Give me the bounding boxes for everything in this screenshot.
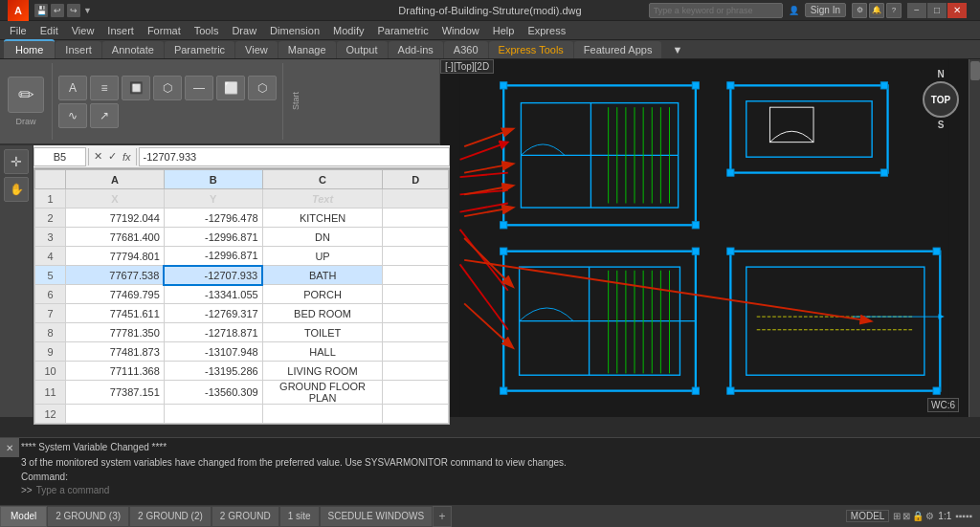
cell-y-12[interactable] xyxy=(164,405,262,424)
ribbon-btn-6[interactable]: ⬜ xyxy=(216,76,245,100)
ribbon-btn-2[interactable]: ≡ xyxy=(90,76,119,100)
menu-edit[interactable]: Edit xyxy=(34,23,64,38)
col-header-C[interactable]: C xyxy=(262,170,383,189)
save-icon[interactable]: 💾 xyxy=(34,4,48,17)
tab-home[interactable]: Home xyxy=(4,39,55,58)
cell-y-10[interactable]: -13195.286 xyxy=(164,362,262,381)
search-input[interactable] xyxy=(649,3,783,18)
ribbon-btn-8[interactable]: ∿ xyxy=(58,103,87,128)
ribbon-btn-4[interactable]: ⬡ xyxy=(153,76,182,100)
header-cell-y[interactable]: Y xyxy=(164,189,262,209)
add-sheet-btn[interactable]: + xyxy=(433,506,452,527)
cell-y-7[interactable]: -12769.317 xyxy=(164,304,262,323)
crosshair-btn[interactable]: ✛ xyxy=(4,149,29,174)
qa-dropdown-icon[interactable]: ▼ xyxy=(83,4,93,17)
cell-text-5[interactable]: BATH xyxy=(262,266,383,285)
cell-y-11[interactable]: -13560.309 xyxy=(164,381,262,405)
minimize-button[interactable]: − xyxy=(907,3,926,18)
formula-fx-btn[interactable]: fx xyxy=(120,151,134,163)
toolbar-icon-2[interactable]: 🔔 xyxy=(869,3,884,18)
tab-a360[interactable]: A360 xyxy=(444,41,488,58)
tab-2ground-3[interactable]: 2 GROUND (3) xyxy=(47,506,129,527)
ribbon-btn-7[interactable]: ⬡ xyxy=(248,76,277,100)
cell-x-11[interactable]: 77387.151 xyxy=(66,381,165,405)
cell-y-4[interactable]: -12996.871 xyxy=(164,247,262,266)
cell-x-6[interactable]: 77469.795 xyxy=(66,285,165,304)
cell-x-4[interactable]: 77794.801 xyxy=(66,247,165,266)
cell-text-9[interactable]: HALL xyxy=(262,342,383,362)
menu-draw[interactable]: Draw xyxy=(226,23,262,38)
tab-output[interactable]: Output xyxy=(337,41,388,58)
col-header-A[interactable]: A xyxy=(66,170,165,189)
ribbon-btn-1[interactable]: A xyxy=(58,76,87,100)
menu-parametric[interactable]: Parametric xyxy=(371,23,434,38)
menu-dimension[interactable]: Dimension xyxy=(264,23,325,38)
tab-view[interactable]: View xyxy=(235,41,278,58)
cell-text-7[interactable]: BED ROOM xyxy=(262,304,383,323)
tab-manage[interactable]: Manage xyxy=(278,41,336,58)
menu-file[interactable]: File xyxy=(4,23,33,38)
header-cell-x[interactable]: X xyxy=(66,189,165,209)
cell-text-2[interactable]: KITCHEN xyxy=(262,209,383,228)
tab-1site[interactable]: 1 site xyxy=(279,506,320,527)
toolbar-icon-1[interactable]: ⚙ xyxy=(852,3,867,18)
undo-icon[interactable]: ↩ xyxy=(51,4,64,17)
cell-x-9[interactable]: 77481.873 xyxy=(66,342,165,362)
help-button[interactable]: ? xyxy=(886,3,902,18)
cell-y-5[interactable]: -12707.933 xyxy=(164,266,262,285)
cell-y-6[interactable]: -13341.055 xyxy=(164,285,262,304)
cell-x-5[interactable]: 77677.538 xyxy=(66,266,165,285)
right-scrollbar[interactable] xyxy=(969,59,980,417)
ribbon-btn-3[interactable]: 🔲 xyxy=(122,76,150,100)
tab-parametric[interactable]: Parametric xyxy=(165,41,234,58)
menu-express[interactable]: Express xyxy=(522,23,571,38)
tab-express-tools[interactable]: Express Tools xyxy=(489,41,573,58)
cell-text-6[interactable]: PORCH xyxy=(262,285,383,304)
col-header-D[interactable]: D xyxy=(383,170,449,189)
menu-window[interactable]: Window xyxy=(436,23,485,38)
tab-2ground-2[interactable]: 2 GROUND (2) xyxy=(129,506,212,527)
cell-text-11[interactable]: GROUND FLOOR PLAN xyxy=(262,381,383,405)
cell-y-3[interactable]: -12996.871 xyxy=(164,228,262,247)
header-cell-text[interactable]: Text xyxy=(262,189,383,209)
col-header-B[interactable]: B xyxy=(164,170,262,189)
tab-model[interactable]: Model xyxy=(0,506,47,527)
cell-reference-input[interactable] xyxy=(33,147,86,166)
tab-featured-apps[interactable]: Featured Apps xyxy=(574,41,662,58)
status-model[interactable]: MODEL xyxy=(846,510,890,522)
cell-y-8[interactable]: -12718.871 xyxy=(164,323,262,342)
cell-y-9[interactable]: -13107.948 xyxy=(164,342,262,362)
redo-icon[interactable]: ↪ xyxy=(67,4,80,17)
menu-insert[interactable]: Insert xyxy=(101,23,140,38)
close-command-btn[interactable]: ✕ xyxy=(0,438,19,457)
tab-scedule-windows[interactable]: SCEDULE WINDOWS xyxy=(320,506,434,527)
tab-options-icon[interactable]: ▼ xyxy=(666,41,688,58)
cell-x-10[interactable]: 77111.368 xyxy=(66,362,165,381)
cell-x-12[interactable] xyxy=(66,405,165,424)
draw-large-btn[interactable]: ✏ xyxy=(8,77,44,113)
tab-2ground[interactable]: 2 GROUND xyxy=(212,506,279,527)
sign-in-button[interactable]: Sign In xyxy=(805,3,846,17)
tab-addins[interactable]: Add-ins xyxy=(389,41,443,58)
tab-insert[interactable]: Insert xyxy=(56,41,101,58)
cell-text-10[interactable]: LIVING ROOM xyxy=(262,362,383,381)
cell-x-7[interactable]: 77451.611 xyxy=(66,304,165,323)
pan-btn[interactable]: ✋ xyxy=(4,177,29,202)
menu-help[interactable]: Help xyxy=(487,23,521,38)
formula-check-btn[interactable]: ✓ xyxy=(105,150,120,163)
command-input[interactable] xyxy=(36,485,323,495)
menu-tools[interactable]: Tools xyxy=(189,23,225,38)
cell-text-12[interactable] xyxy=(262,405,383,424)
formula-x-btn[interactable]: ✕ xyxy=(91,150,105,163)
cell-text-3[interactable]: DN xyxy=(262,228,383,247)
status-scale[interactable]: 1:1 xyxy=(938,511,951,521)
close-button[interactable]: ✕ xyxy=(947,3,967,18)
menu-view[interactable]: View xyxy=(66,23,100,38)
ribbon-btn-9[interactable]: ↗ xyxy=(90,103,119,128)
cell-x-3[interactable]: 77681.400 xyxy=(66,228,165,247)
cell-x-8[interactable]: 77781.350 xyxy=(66,323,165,342)
ribbon-btn-5[interactable]: — xyxy=(185,76,213,100)
cell-y-2[interactable]: -12796.478 xyxy=(164,209,262,228)
cell-text-8[interactable]: TOILET xyxy=(262,323,383,342)
menu-modify[interactable]: Modify xyxy=(327,23,369,38)
